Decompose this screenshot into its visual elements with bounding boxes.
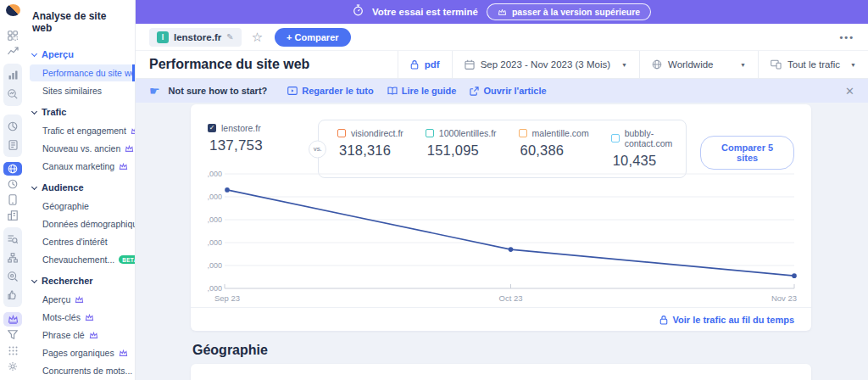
sidebar-title: Analyse de site web bbox=[25, 0, 135, 42]
lock-icon bbox=[659, 315, 668, 325]
upgrade-button[interactable]: passer à la version supérieure bbox=[487, 3, 651, 20]
favorite-star-icon[interactable]: ☆ bbox=[252, 30, 263, 45]
sidebar-item-mots-cl-s[interactable]: Mots-clés bbox=[25, 309, 135, 326]
sidebar-item-concurrents-de-mots[interactable]: Concurrents de mots...☆ bbox=[25, 362, 135, 379]
similarweb-logo[interactable] bbox=[6, 4, 20, 16]
svg-text:60,000: 60,000 bbox=[208, 170, 222, 178]
site-favicon: l bbox=[157, 31, 169, 43]
keyword-list-icon[interactable] bbox=[3, 231, 22, 248]
svg-text:Sep 23: Sep 23 bbox=[214, 293, 240, 303]
sitemap-icon[interactable] bbox=[3, 249, 22, 266]
sidebar-item-phrase-cl[interactable]: Phrase clé bbox=[25, 327, 135, 344]
traffic-overview-card: ✓ lenstore.fr 137,753 VS. visiondirect.f… bbox=[191, 104, 811, 331]
more-options-icon[interactable]: ••• bbox=[839, 32, 854, 42]
competitor-checkbox[interactable] bbox=[337, 129, 346, 137]
svg-text:55,000: 55,000 bbox=[208, 193, 222, 201]
svg-text:35,000: 35,000 bbox=[208, 284, 222, 293]
svg-text:50,000: 50,000 bbox=[208, 215, 222, 224]
beta-badge: BETA bbox=[119, 255, 136, 264]
sidebar-item-chevauchement[interactable]: Chevauchement...BETA☆ bbox=[25, 251, 135, 268]
main-area: Votre essai est terminé passer à la vers… bbox=[136, 0, 868, 380]
globe-icon bbox=[652, 59, 662, 70]
lenstore-checkbox[interactable]: ✓ bbox=[208, 124, 216, 132]
nav-section-audience[interactable]: Audience bbox=[25, 176, 135, 197]
apps-grid-dots-icon[interactable] bbox=[3, 344, 22, 357]
sidebar-item-donn-es-d-mographiqu[interactable]: Données démographiqu... bbox=[25, 215, 135, 232]
website-analysis-globe-icon[interactable] bbox=[3, 162, 22, 176]
competitor-checkbox[interactable] bbox=[426, 129, 434, 137]
competitor-checkbox[interactable] bbox=[611, 134, 620, 142]
notice-link-lire-le-guide[interactable]: Lire le guide bbox=[387, 86, 457, 96]
seo-search-icon[interactable] bbox=[3, 268, 22, 285]
compare-sites-button[interactable]: Comparer 5 sites bbox=[700, 136, 794, 170]
bar-chart-icon[interactable] bbox=[3, 67, 22, 84]
geography-section-heading: Géographie bbox=[192, 343, 268, 358]
traffic-line-chart[interactable]: 35,00040,00045,00050,00055,00060,000Sep … bbox=[208, 165, 798, 310]
app-analysis-icon[interactable] bbox=[3, 193, 22, 207]
compare-button[interactable]: + Comparer bbox=[275, 28, 350, 47]
competitor-malentille-com: malentille.com60,386 bbox=[519, 128, 589, 169]
search-trends-icon[interactable] bbox=[3, 86, 22, 103]
funnel-icon[interactable] bbox=[3, 328, 22, 342]
notice-link-regarder-le-tuto[interactable]: Regarder le tuto bbox=[287, 86, 373, 96]
upgrade-crown-icon[interactable] bbox=[3, 312, 22, 326]
notice-link-ouvrir-l-article[interactable]: Ouvrir l'article bbox=[470, 86, 546, 96]
main-site-label: lenstore.fr bbox=[221, 123, 261, 133]
chevron-down-icon bbox=[31, 183, 37, 189]
region-selector[interactable]: Worldwide▼ bbox=[639, 51, 758, 78]
report-icon[interactable] bbox=[3, 137, 22, 154]
guide-icon bbox=[387, 87, 398, 95]
site-name: lenstore.fr bbox=[174, 32, 221, 42]
sidebar-item-sites-similaires[interactable]: Sites similaires bbox=[25, 82, 135, 99]
pie-analysis-icon[interactable] bbox=[3, 118, 22, 135]
competitor-checkbox[interactable] bbox=[519, 129, 527, 137]
trial-banner: Votre essai est terminé passer à la vers… bbox=[136, 0, 868, 24]
engagement-thumbs-up-icon[interactable] bbox=[3, 287, 22, 304]
sidebar-item-trafic-et-engagement[interactable]: Trafic et engagement bbox=[25, 122, 135, 139]
nav-section-aper-u[interactable]: Aperçu bbox=[25, 42, 135, 64]
devices-icon bbox=[771, 59, 782, 70]
competitor-value: 60,386 bbox=[519, 142, 589, 159]
export-pdf-button[interactable]: pdf bbox=[398, 51, 452, 78]
chevron-down-icon bbox=[31, 50, 37, 56]
sidebar-item-pages-organiques[interactable]: Pages organiques bbox=[25, 344, 135, 361]
competitor-1000lentilles-fr: 1000lentilles.fr151,095 bbox=[426, 128, 497, 169]
sidebar-item-centres-d-int-r-t[interactable]: Centres d'intérêt bbox=[25, 233, 135, 250]
chevron-down-icon bbox=[31, 108, 37, 114]
sidebar-item-aper-u[interactable]: Aperçu bbox=[25, 291, 135, 308]
competitor-value: 318,316 bbox=[337, 142, 403, 159]
notice-text: Not sure how to start? bbox=[169, 86, 268, 96]
onboarding-notice-bar: ☛ Not sure how to start? Regarder le tut… bbox=[136, 79, 868, 103]
vs-badge: VS. bbox=[309, 140, 326, 158]
trending-icon[interactable] bbox=[3, 44, 22, 58]
sidebar-item-nouveau-vs-ancien[interactable]: Nouveau vs. ancien bbox=[25, 140, 135, 157]
card-footer: Voir le trafic au fil du temps bbox=[191, 307, 811, 331]
crown-icon bbox=[498, 8, 507, 16]
svg-text:45,000: 45,000 bbox=[208, 238, 222, 247]
nav-section-trafic[interactable]: Trafic bbox=[25, 100, 135, 121]
sidebar-item-g-ographie[interactable]: Géographie bbox=[25, 198, 135, 215]
traffic-type-selector[interactable]: Tout le trafic▼ bbox=[758, 51, 868, 78]
date-range-selector[interactable]: Sep 2023 - Nov 2023 (3 Mois)▼ bbox=[452, 51, 639, 78]
workspace-grid-icon[interactable] bbox=[3, 29, 22, 42]
svg-text:Oct 23: Oct 23 bbox=[499, 293, 523, 303]
company-icon[interactable] bbox=[3, 209, 22, 222]
settings-gear-icon[interactable] bbox=[3, 360, 22, 373]
close-icon[interactable]: ✕ bbox=[845, 85, 854, 98]
seo-group bbox=[3, 227, 22, 307]
sidebar-item-performance-du-site-web[interactable]: Performance du site web bbox=[30, 64, 135, 81]
lock-icon bbox=[410, 59, 419, 70]
market-research-group bbox=[3, 64, 22, 106]
content-area: ✓ lenstore.fr 137,753 VS. visiondirect.f… bbox=[136, 103, 868, 380]
sidebar-item-canaux-marketing[interactable]: Canaux marketing bbox=[25, 158, 135, 175]
competitor-bubbly-contact-com: bubbly-contact.com10,435 bbox=[611, 128, 673, 169]
svg-text:Nov 23: Nov 23 bbox=[771, 293, 797, 303]
usage-clock-icon[interactable] bbox=[3, 177, 22, 191]
page-header: Performance du site web pdf Sep 2023 - N… bbox=[136, 51, 868, 79]
edit-pencil-icon[interactable]: ✎ bbox=[226, 32, 233, 42]
nav-section-rechercher[interactable]: Rechercher bbox=[25, 269, 135, 290]
traffic-over-time-link[interactable]: Voir le trafic au fil du temps bbox=[659, 315, 794, 325]
competitor-visiondirect-fr: visiondirect.fr318,316 bbox=[337, 128, 403, 169]
premium-crown-icon bbox=[89, 332, 98, 339]
site-tab-lenstore[interactable]: l lenstore.fr ✎ bbox=[149, 28, 242, 47]
